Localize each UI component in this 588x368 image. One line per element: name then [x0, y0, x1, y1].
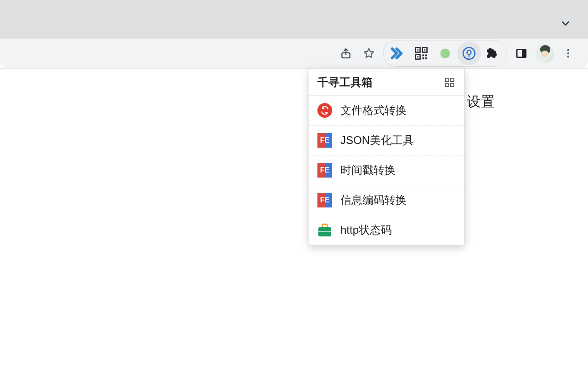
tool-json-beautify[interactable]: FE JSON美化工具: [309, 126, 464, 155]
popup-grid-view-button[interactable]: [443, 76, 456, 89]
extensions-puzzle-icon[interactable]: [481, 41, 505, 65]
extension-qianxun-toolbox-icon[interactable]: [457, 41, 481, 65]
page-content: 设置: [0, 68, 588, 368]
tool-file-format-convert[interactable]: 文件格式转换: [309, 96, 464, 126]
svg-rect-6: [417, 56, 418, 58]
svg-rect-19: [446, 78, 449, 81]
page-hint-text: 设置: [467, 92, 495, 111]
tool-http-status-codes[interactable]: http状态码: [309, 215, 464, 245]
svg-rect-8: [425, 55, 427, 57]
kebab-menu-button[interactable]: [559, 44, 578, 63]
pinned-extensions-group: [383, 40, 507, 67]
browser-toolbar: [0, 39, 588, 68]
extension-qrcode-icon[interactable]: [409, 41, 433, 65]
svg-point-17: [567, 52, 569, 54]
svg-point-16: [567, 49, 569, 51]
tab-strip: [0, 0, 588, 39]
popup-title: 千寻工具箱: [317, 75, 373, 90]
svg-point-11: [441, 49, 450, 58]
briefcase-icon: [317, 223, 332, 237]
svg-rect-22: [451, 83, 454, 86]
svg-rect-10: [425, 58, 427, 59]
tool-encoding-convert[interactable]: FE 信息编码转换: [309, 185, 464, 215]
extension-forward-icon[interactable]: [385, 41, 409, 65]
side-panel-button[interactable]: [512, 44, 531, 63]
tool-label: JSON美化工具: [340, 133, 414, 148]
svg-rect-9: [423, 58, 424, 59]
svg-rect-2: [417, 49, 418, 51]
tool-label: 时间戳转换: [340, 163, 396, 178]
tool-timestamp-convert[interactable]: FE 时间戳转换: [309, 155, 464, 185]
popup-header: 千寻工具箱: [309, 69, 464, 96]
svg-rect-20: [451, 78, 454, 81]
tool-label: http状态码: [340, 223, 392, 237]
svg-rect-7: [423, 55, 424, 57]
bookmark-star-button[interactable]: [359, 44, 379, 63]
fe-icon: FE: [317, 193, 332, 207]
svg-rect-15: [522, 49, 526, 57]
fe-icon: FE: [317, 163, 332, 178]
share-button[interactable]: [336, 44, 356, 63]
extension-popup: 千寻工具箱 文件格式转换 FE JSON美化工具 FE 时间戳转换: [309, 68, 465, 245]
svg-rect-4: [424, 49, 425, 51]
tab-list-button[interactable]: [560, 17, 571, 29]
extension-green-dot-icon[interactable]: [433, 41, 457, 65]
tool-label: 文件格式转换: [340, 103, 407, 118]
svg-rect-21: [446, 83, 449, 86]
popup-tool-list: 文件格式转换 FE JSON美化工具 FE 时间戳转换 FE 信息编码转换 ht…: [309, 96, 464, 245]
profile-avatar[interactable]: [536, 44, 554, 63]
convert-icon: [317, 103, 332, 118]
tool-label: 信息编码转换: [340, 193, 407, 207]
svg-point-13: [467, 50, 471, 54]
fe-icon: FE: [317, 133, 332, 148]
svg-point-18: [567, 56, 569, 58]
